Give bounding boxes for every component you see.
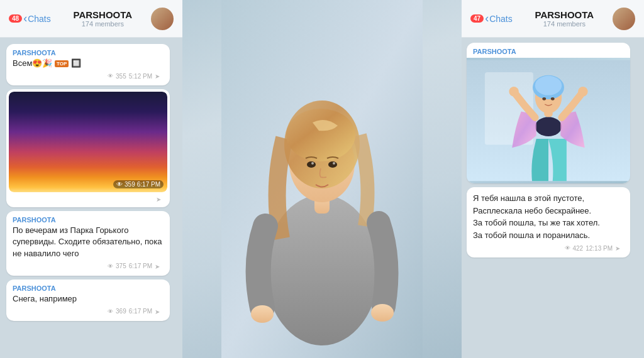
left-msg3-meta: 👁 375 6:17 PM <box>13 262 164 271</box>
right-poem-text: Я тебя нашла в этой пустоте, Расплескала… <box>473 192 624 241</box>
right-message-2: Я тебя нашла в этой пустоте, Расплескала… <box>467 187 630 258</box>
eye-icon-img: 👁 <box>116 181 123 188</box>
svg-point-8 <box>311 162 314 165</box>
left-message-1: PARSHOOTA Всем😍🎉 TOP 🔲 👁 355 5:12 PM <box>6 44 170 85</box>
svg-point-10 <box>251 305 274 323</box>
eye-icon-right: 👁 <box>565 245 570 251</box>
img-meta-overlay: 👁 359 6:17 PM <box>113 180 164 188</box>
img-time: 6:17 PM <box>137 181 160 188</box>
left-msg4-text: Снега, например <box>13 293 164 305</box>
right-phone-panel: 47 ‹ Chats PARSHOOTA 174 members PARSHOO… <box>462 0 644 358</box>
right-back-label[interactable]: Chats <box>489 14 513 24</box>
right-header-info: PARSHOOTA 174 members <box>516 9 613 28</box>
svg-point-7 <box>328 161 337 168</box>
img-views: 359 <box>125 181 135 188</box>
left-msg1-text: Всем😍🎉 TOP 🔲 <box>13 58 164 69</box>
forward-icon-4[interactable] <box>155 307 164 316</box>
right-chevron-icon: ‹ <box>485 12 489 25</box>
right-msg2-views: 422 <box>573 245 584 252</box>
left-header-info: PARSHOOTA 174 members <box>55 9 151 28</box>
eye-icon-1: 👁 <box>108 73 113 79</box>
svg-point-9 <box>333 162 335 165</box>
left-msg3-time: 6:17 PM <box>129 263 152 269</box>
top-badge: TOP <box>55 60 69 67</box>
svg-point-5 <box>286 109 355 161</box>
right-chat-header: 47 ‹ Chats PARSHOOTA 174 members <box>462 0 644 38</box>
sunset-image <box>9 92 167 192</box>
svg-point-6 <box>307 161 316 168</box>
forward-icon-1[interactable] <box>155 72 164 80</box>
left-chat-title: PARSHOOTA <box>55 9 151 20</box>
svg-point-16 <box>578 87 587 96</box>
svg-point-21 <box>542 97 546 100</box>
right-chat-messages: PARSHOOTA <box>462 38 644 358</box>
left-msg4-meta: 👁 369 6:17 PM <box>13 307 164 316</box>
eye-icon-4: 👁 <box>108 308 113 315</box>
right-person-image <box>467 58 630 183</box>
forward-icon-2[interactable] <box>156 195 165 203</box>
right-person-svg <box>467 58 630 183</box>
left-message-4: PARSHOOTA Снега, например 👁 369 6:17 PM <box>6 279 170 321</box>
left-msg4-views: 369 <box>116 308 126 315</box>
sunset-image-container: 👁 359 6:17 PM <box>9 92 167 192</box>
left-chat-subtitle: 174 members <box>55 20 151 28</box>
svg-point-22 <box>551 97 555 100</box>
right-back-button[interactable]: 47 ‹ Chats <box>470 12 513 25</box>
left-message-3: PARSHOOTA По вечерам из Парка Горького с… <box>6 211 170 276</box>
left-chat-header: 48 ‹ Chats PARSHOOTA 174 members <box>0 0 182 38</box>
left-msg3-views: 375 <box>116 263 126 269</box>
left-unread-badge: 48 <box>9 14 22 23</box>
svg-point-15 <box>509 87 518 96</box>
left-msg1-meta: 👁 355 5:12 PM <box>13 72 164 80</box>
left-msg1-sender: PARSHOOTA <box>13 49 164 57</box>
left-message-2: 👁 359 6:17 PM <box>6 89 170 207</box>
person-photo <box>182 0 462 358</box>
left-msg1-time: 5:12 PM <box>129 73 152 80</box>
left-msg4-time: 6:17 PM <box>129 308 152 315</box>
left-msg3-sender: PARSHOOTA <box>13 216 164 224</box>
right-msg2-time: 12:13 PM <box>586 245 613 252</box>
left-chat-messages: PARSHOOTA Всем😍🎉 TOP 🔲 👁 355 5:12 PM 👁 3… <box>0 38 182 358</box>
right-chat-title: PARSHOOTA <box>516 9 613 20</box>
right-avatar[interactable] <box>613 8 635 30</box>
left-phone-panel: 48 ‹ Chats PARSHOOTA 174 members PARSHOO… <box>0 0 182 358</box>
right-message-1: PARSHOOTA <box>467 43 630 183</box>
center-photo-area <box>182 0 462 358</box>
left-msg4-sender: PARSHOOTA <box>13 285 164 292</box>
right-msg2-meta: 👁 422 12:13 PM <box>473 244 624 252</box>
forward-icon-3[interactable] <box>155 262 164 271</box>
eye-icon-3: 👁 <box>108 263 113 269</box>
forward-icon-right[interactable] <box>615 244 624 252</box>
left-msg1-views: 355 <box>116 73 126 80</box>
left-avatar[interactable] <box>151 8 174 30</box>
person-illustration <box>182 0 462 358</box>
left-msg3-text: По вечерам из Парка Горького супервиды. … <box>13 225 164 259</box>
left-chevron-icon: ‹ <box>23 12 27 25</box>
svg-point-11 <box>371 304 394 322</box>
right-chat-subtitle: 174 members <box>516 20 613 28</box>
svg-point-20 <box>535 76 562 95</box>
left-back-label[interactable]: Chats <box>28 14 51 24</box>
right-unread-badge: 47 <box>470 14 484 23</box>
svg-point-14 <box>535 117 562 136</box>
left-back-button[interactable]: 48 ‹ Chats <box>9 12 51 25</box>
right-msg1-sender: PARSHOOTA <box>467 43 630 58</box>
